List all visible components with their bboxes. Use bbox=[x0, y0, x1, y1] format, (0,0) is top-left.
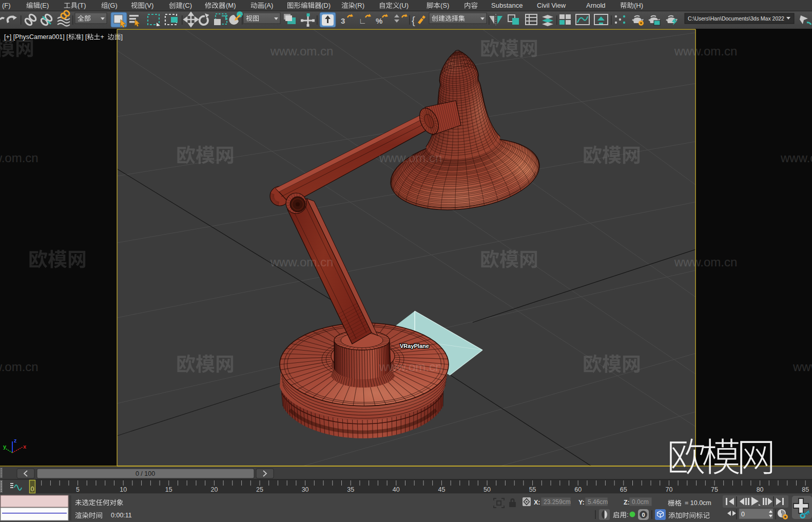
svg-text:{: { bbox=[412, 15, 415, 26]
svg-text:www.om.cn: www.om.cn bbox=[379, 151, 442, 165]
svg-text:0.0cm: 0.0cm bbox=[632, 498, 649, 506]
svg-text:(R): (R) bbox=[355, 2, 364, 9]
svg-text:z: z bbox=[14, 437, 17, 443]
svg-text:x: x bbox=[23, 443, 27, 450]
svg-text:20: 20 bbox=[210, 486, 218, 493]
svg-text:(A): (A) bbox=[264, 2, 273, 9]
svg-text:70: 70 bbox=[665, 486, 672, 493]
svg-text:30: 30 bbox=[302, 486, 309, 493]
svg-text:40: 40 bbox=[393, 486, 400, 493]
svg-text:23.259cm: 23.259cm bbox=[544, 498, 571, 506]
svg-text:15: 15 bbox=[165, 486, 172, 493]
svg-text:www.om.cn: www.om.cn bbox=[0, 151, 38, 165]
svg-text:= 10.0cm: = 10.0cm bbox=[685, 499, 711, 507]
svg-text:0:00:11: 0:00:11 bbox=[111, 512, 132, 519]
svg-text:] [: ] [ bbox=[82, 33, 87, 41]
svg-text:C:\Users\Han\Documents\3ds Max: C:\Users\Han\Documents\3ds Max 2022 bbox=[688, 15, 784, 22]
svg-text:(F): (F) bbox=[2, 2, 11, 9]
svg-text:www.om.cn: www.om.cn bbox=[674, 44, 738, 58]
svg-text:www.om.cn: www.om.cn bbox=[0, 360, 38, 374]
svg-text:10: 10 bbox=[120, 486, 127, 493]
svg-text:0: 0 bbox=[741, 511, 745, 518]
svg-text:Substance: Substance bbox=[491, 2, 523, 9]
svg-text:(C): (C) bbox=[183, 2, 192, 9]
svg-text:Z:: Z: bbox=[624, 499, 630, 506]
svg-text:60: 60 bbox=[574, 486, 582, 493]
svg-text:[+] [PhysCamera001] [: [+] [PhysCamera001] [ bbox=[4, 33, 68, 41]
svg-text::: : bbox=[627, 511, 628, 518]
svg-text:X:: X: bbox=[534, 499, 540, 506]
svg-text:45: 45 bbox=[438, 486, 445, 493]
svg-text:25: 25 bbox=[256, 486, 263, 493]
svg-text:50: 50 bbox=[484, 486, 491, 493]
svg-text:∟: ∟ bbox=[359, 16, 366, 25]
svg-text:Y:: Y: bbox=[578, 499, 585, 506]
svg-text:(M): (M) bbox=[226, 2, 236, 9]
svg-text:(U): (U) bbox=[399, 2, 409, 9]
svg-text:35: 35 bbox=[347, 486, 354, 493]
svg-text:www.om.cn: www.om.cn bbox=[270, 255, 334, 269]
svg-text:5.46cm: 5.46cm bbox=[588, 498, 608, 506]
svg-text:VRayPlane: VRayPlane bbox=[400, 343, 429, 349]
svg-text:(S): (S) bbox=[440, 2, 449, 9]
svg-text:Arnold: Arnold bbox=[586, 2, 606, 9]
svg-text:(T): (T) bbox=[78, 2, 86, 9]
svg-text:www.om.cn: www.om.cn bbox=[792, 360, 812, 374]
svg-text:]: ] bbox=[121, 33, 123, 41]
svg-text:0 / 100: 0 / 100 bbox=[136, 470, 155, 477]
svg-text:%: % bbox=[376, 16, 382, 25]
svg-text:y: y bbox=[3, 443, 7, 450]
svg-text:Civil View: Civil View bbox=[537, 2, 566, 9]
svg-text:5: 5 bbox=[76, 486, 80, 493]
svg-text:www.om.cn: www.om.cn bbox=[379, 360, 442, 374]
svg-text:0: 0 bbox=[31, 486, 34, 493]
svg-text:(V): (V) bbox=[145, 2, 153, 9]
svg-text:www.om.cn: www.om.cn bbox=[270, 44, 334, 58]
svg-text:(D): (D) bbox=[321, 2, 331, 9]
svg-text:(E): (E) bbox=[40, 2, 49, 9]
svg-text:80: 80 bbox=[757, 486, 764, 493]
svg-text:55: 55 bbox=[529, 486, 536, 493]
svg-text:(H): (H) bbox=[634, 2, 643, 9]
svg-text:3: 3 bbox=[341, 16, 345, 25]
svg-text:+: + bbox=[100, 33, 104, 41]
svg-text:www.om.cn: www.om.cn bbox=[674, 255, 738, 269]
svg-text:www.om.cn: www.om.cn bbox=[780, 151, 812, 165]
svg-text:65: 65 bbox=[620, 486, 627, 493]
svg-text:0: 0 bbox=[642, 512, 645, 518]
svg-text:(G): (G) bbox=[108, 2, 118, 9]
svg-text:85: 85 bbox=[802, 486, 809, 493]
svg-text:75: 75 bbox=[711, 486, 718, 493]
